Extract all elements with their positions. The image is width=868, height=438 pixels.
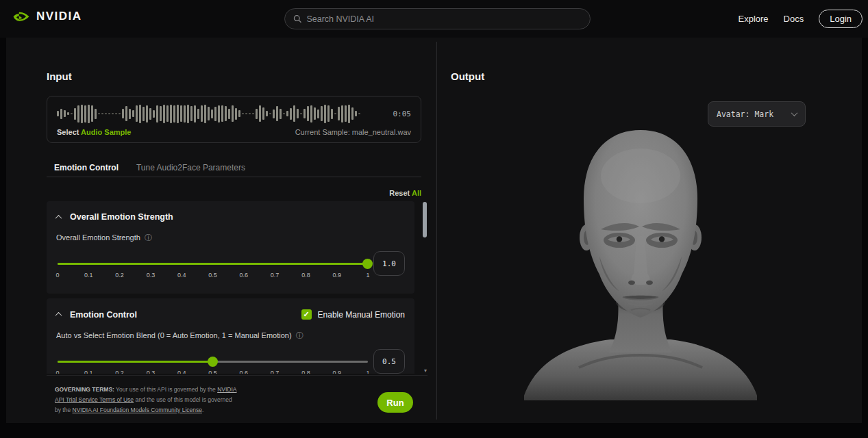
slider-value-box[interactable]: 0.5 (373, 349, 405, 374)
reset-link: All (412, 189, 421, 197)
tick-label: 0.5 (208, 370, 217, 374)
info-icon[interactable]: ⓘ (296, 332, 303, 339)
terms-text: Your use of this API is governed by the (114, 386, 217, 393)
reset-prefix: Reset (389, 189, 410, 197)
checkbox-label: Enable Manual Emotion (318, 310, 405, 320)
top-navbar: NVIDIA Explore Docs Login (0, 0, 868, 38)
nvidia-logo[interactable]: NVIDIA (11, 10, 82, 23)
tick-label: 0.2 (115, 272, 124, 279)
overall-emotion-strength-slider[interactable] (58, 263, 368, 265)
tick-label: 0.4 (177, 272, 186, 279)
scroll-down-arrow-icon[interactable]: ▾ (424, 368, 427, 374)
tick-label: 0.3 (147, 272, 156, 279)
tick-label: 0.6 (240, 370, 249, 374)
avatar-3d-render[interactable] (497, 127, 784, 400)
audio-waveform[interactable] (57, 103, 388, 124)
audio-duration: 0:05 (393, 110, 412, 118)
output-panel-title: Output (451, 70, 484, 82)
governing-terms: GOVERNING TERMS: Your use of this API is… (55, 385, 240, 415)
control-label: Overall Emotion Strength (56, 233, 140, 242)
tick-label: 0.1 (84, 370, 93, 374)
chevron-up-icon[interactable] (55, 312, 62, 319)
navbar-actions: Explore Docs Login (738, 0, 863, 38)
tick-label: 1 (366, 370, 369, 374)
scrollbar-thumb[interactable] (423, 202, 427, 237)
tick-label: 0.5 (208, 272, 217, 279)
tick-label: 0.7 (271, 370, 280, 374)
tick-label: 0.9 (332, 370, 341, 374)
chevron-down-icon (791, 110, 798, 116)
nav-link-docs[interactable]: Docs (784, 14, 804, 24)
tick-label: 0.2 (115, 370, 124, 374)
enable-manual-emotion-checkbox[interactable]: ✓ Enable Manual Emotion (301, 309, 405, 320)
parameters-scroll-area: Overall Emotion Strength Overall Emotion… (47, 200, 427, 374)
panel-divider (436, 42, 437, 420)
search-icon (293, 14, 301, 23)
main-panel: Input 0:05 Select Audio Sample Current S… (6, 38, 862, 423)
emotion-control-section: Emotion Control ✓ Enable Manual Emotion … (47, 298, 414, 374)
tick-label: 0.7 (271, 272, 280, 279)
chevron-up-icon[interactable] (55, 214, 62, 221)
select-audio-link: Audio Sample (81, 128, 131, 136)
select-audio-prefix: Select (57, 128, 79, 136)
slider-thumb[interactable] (208, 357, 218, 367)
tab-tune-audio2face-parameters[interactable]: Tune Audio2Face Parameters (136, 163, 245, 172)
nav-link-explore[interactable]: Explore (738, 14, 768, 24)
select-audio-sample-button[interactable]: Select Audio Sample (57, 128, 131, 136)
slider-value-box[interactable]: 1.0 (373, 251, 405, 276)
section-title: Overall Emotion Strength (70, 212, 173, 222)
info-icon[interactable]: ⓘ (145, 234, 152, 242)
login-button[interactable]: Login (819, 10, 863, 28)
nvidia-ai-foundation-license-link[interactable]: NVIDIA AI Foundation Models Community Li… (73, 407, 202, 413)
tick-label: 0.4 (177, 370, 186, 374)
slider-tick-labels: 00.10.20.30.40.50.60.70.80.91 (58, 272, 368, 280)
tick-label: 0.3 (147, 370, 156, 374)
parameter-tabs: Emotion Control Tune Audio2Face Paramete… (54, 163, 245, 172)
tab-emotion-control[interactable]: Emotion Control (54, 163, 119, 172)
slider-tick-labels: 00.10.20.30.40.50.60.70.80.91 (58, 370, 368, 374)
emotion-blend-slider[interactable] (58, 361, 368, 363)
governing-terms-bold: GOVERNING TERMS: (55, 386, 114, 393)
audio-sample-player: 0:05 Select Audio Sample Current Sample:… (47, 96, 421, 143)
tick-label: 0.1 (84, 272, 93, 279)
current-sample-label: Current Sample: male_neutral.wav (295, 128, 411, 136)
tick-label: 0 (55, 272, 59, 279)
check-icon: ✓ (301, 309, 312, 320)
tick-label: 1 (366, 272, 369, 279)
run-button[interactable]: Run (377, 392, 413, 413)
tick-label: 0 (55, 370, 59, 374)
overall-emotion-strength-section: Overall Emotion Strength Overall Emotion… (47, 201, 414, 294)
search-input[interactable] (306, 14, 582, 24)
avatar-select-value: Avatar: Mark (717, 110, 773, 119)
terms-text: . (202, 407, 203, 413)
input-panel-title: Input (47, 70, 72, 82)
footer-divider (47, 375, 427, 376)
tabs-divider (47, 177, 421, 177)
tick-label: 0.8 (301, 272, 310, 279)
tick-label: 0.9 (332, 272, 341, 279)
control-label: Auto vs Select Emotion Blend (0 = Auto E… (56, 331, 292, 339)
nvidia-wordmark: NVIDIA (36, 10, 82, 23)
nvidia-eye-icon (11, 10, 32, 23)
section-title: Emotion Control (70, 310, 137, 320)
search-bar[interactable] (284, 8, 591, 29)
avatar-select-dropdown[interactable]: Avatar: Mark (708, 101, 806, 127)
tick-label: 0.6 (240, 272, 249, 279)
tick-label: 0.8 (301, 370, 310, 374)
slider-thumb[interactable] (362, 259, 373, 269)
reset-all-button[interactable]: Reset All (47, 189, 421, 197)
